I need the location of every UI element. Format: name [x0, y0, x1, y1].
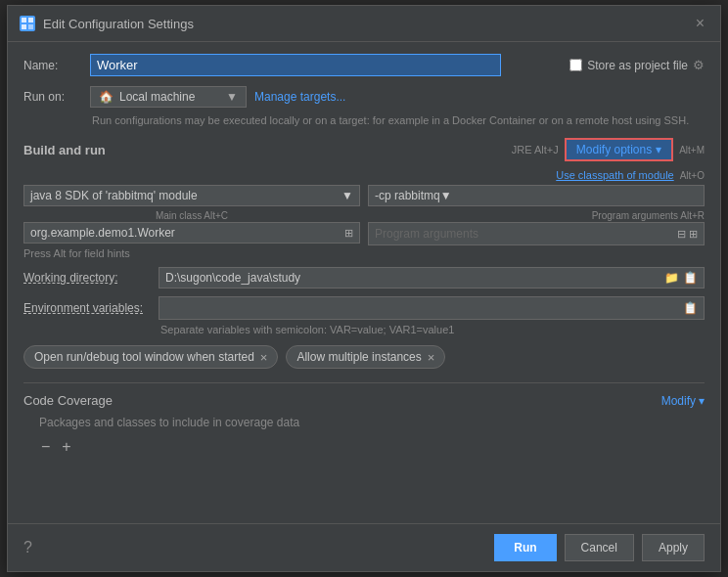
- main-class-program-row: Main class Alt+C org.example.demo1.Worke…: [23, 210, 705, 245]
- build-run-title: Build and run: [23, 143, 106, 157]
- code-coverage-modify-arrow-icon: ▾: [699, 394, 705, 408]
- edit-config-dialog: Edit Configuration Settings × Name: Stor…: [7, 5, 721, 572]
- store-as-project-checkbox[interactable]: [569, 59, 582, 71]
- env-vars-input[interactable]: 📋: [159, 296, 705, 320]
- tag-allow-multiple-instances-close[interactable]: ×: [428, 351, 435, 364]
- dialog-content: Name: Store as project file ⚙ Run on: 🏠 …: [8, 42, 720, 523]
- run-on-row: Run on: 🏠 Local machine ▼ Manage targets…: [23, 86, 705, 108]
- env-vars-label: Environment variables:: [23, 301, 151, 315]
- svg-rect-1: [28, 18, 33, 22]
- packages-text: Packages and classes to include in cover…: [39, 416, 705, 429]
- modify-use-classpath-row: JRE Alt+J Modify options ▾ Alt+M: [512, 138, 705, 161]
- store-as-project-label: Store as project file: [587, 59, 688, 72]
- copy-icon[interactable]: 📋: [683, 271, 698, 285]
- build-run-section: Build and run JRE Alt+J Modify options ▾…: [23, 138, 705, 259]
- env-vars-copy-icon[interactable]: 📋: [683, 301, 698, 315]
- dialog-icon: [20, 16, 35, 31]
- use-classpath-row: Use classpath of module Alt+O: [23, 169, 705, 181]
- program-args-area: Program arguments Alt+R Program argument…: [368, 210, 705, 245]
- local-machine-value: Local machine: [119, 90, 195, 104]
- manage-targets-link[interactable]: Manage targets...: [254, 90, 345, 104]
- sdk-arrow-icon: ▼: [341, 189, 353, 202]
- dialog-title: Edit Configuration Settings: [43, 17, 194, 31]
- shortcut-modify: Alt+M: [679, 145, 705, 155]
- minus-button[interactable]: −: [39, 439, 52, 455]
- tags-row: Open run/debug tool window when started …: [23, 345, 705, 369]
- section-divider: [23, 382, 705, 383]
- name-input[interactable]: [90, 54, 501, 76]
- svg-rect-2: [22, 24, 26, 29]
- code-coverage-modify-label: Modify: [661, 394, 696, 408]
- home-icon: 🏠: [99, 90, 114, 104]
- tag-allow-multiple-instances-label: Allow multiple instances: [296, 350, 421, 364]
- run-on-label: Run on:: [23, 90, 82, 104]
- program-args-hint: Program arguments Alt+R: [368, 210, 705, 221]
- store-checkbox-row: Store as project file ⚙: [569, 58, 705, 72]
- run-button[interactable]: Run: [494, 534, 556, 561]
- cancel-button[interactable]: Cancel: [565, 534, 634, 561]
- program-args-placeholder: Program arguments: [375, 227, 478, 241]
- cp-arrow-icon: ▼: [440, 189, 452, 202]
- working-dir-icons: 📁 📋: [664, 271, 698, 285]
- run-on-info-text: Run configurations may be executed local…: [92, 113, 705, 128]
- name-label: Name:: [23, 59, 82, 72]
- folder-icon[interactable]: 📁: [664, 271, 679, 285]
- apply-button[interactable]: Apply: [642, 534, 705, 561]
- working-dir-row: Working directory: D:\sugon\code_java\st…: [23, 267, 705, 288]
- main-class-expand-icon[interactable]: ⊞: [344, 227, 353, 240]
- code-coverage-modify-link[interactable]: Modify ▾: [661, 394, 705, 408]
- cp-value: -cp rabbitmq: [375, 189, 440, 202]
- cp-input[interactable]: -cp rabbitmq ▼: [368, 185, 705, 206]
- svg-rect-0: [22, 18, 26, 22]
- help-button[interactable]: ?: [23, 539, 32, 556]
- program-args-expand-icon[interactable]: ⊞: [689, 228, 698, 241]
- field-hints-text: Press Alt for field hints: [23, 247, 705, 259]
- working-dir-value: D:\sugon\code_java\study: [165, 271, 300, 285]
- working-dir-label: Working directory:: [23, 271, 151, 285]
- plus-button[interactable]: +: [60, 439, 72, 455]
- local-machine-select[interactable]: 🏠 Local machine ▼: [90, 86, 247, 108]
- main-class-input[interactable]: org.example.demo1.Worker ⊞: [23, 222, 360, 244]
- tag-open-run-debug-label: Open run/debug tool window when started: [34, 350, 254, 364]
- modify-options-button[interactable]: Modify options ▾: [565, 138, 673, 161]
- close-button[interactable]: ×: [692, 14, 708, 33]
- footer-buttons: Run Cancel Apply: [494, 534, 705, 561]
- shortcut-classpath: Alt+O: [680, 170, 705, 181]
- code-coverage-title: Code Coverage: [23, 393, 113, 408]
- svg-rect-3: [28, 24, 33, 29]
- tag-open-run-debug: Open run/debug tool window when started …: [23, 345, 278, 369]
- main-class-area: Main class Alt+C org.example.demo1.Worke…: [23, 210, 360, 245]
- env-vars-row: Environment variables: 📋: [23, 296, 705, 320]
- title-bar-left: Edit Configuration Settings: [20, 16, 194, 31]
- gear-icon[interactable]: ⚙: [693, 58, 705, 72]
- main-class-hint: Main class Alt+C: [23, 210, 360, 221]
- program-args-copy-icon[interactable]: ⊟: [677, 228, 686, 241]
- dialog-footer: ? Run Cancel Apply: [8, 523, 720, 571]
- tag-open-run-debug-close[interactable]: ×: [260, 351, 268, 364]
- modify-options-arrow-icon: ▾: [656, 143, 661, 156]
- program-args-input[interactable]: Program arguments ⊟ ⊞: [368, 222, 705, 245]
- dropdown-arrow-icon: ▼: [226, 90, 238, 104]
- main-class-value: org.example.demo1.Worker: [30, 226, 175, 240]
- name-row: Name: Store as project file ⚙: [23, 54, 705, 76]
- build-run-header: Build and run JRE Alt+J Modify options ▾…: [23, 138, 705, 161]
- plus-minus-row: − +: [39, 439, 705, 455]
- code-coverage-row: Code Coverage Modify ▾: [23, 393, 705, 408]
- jre-hint: JRE Alt+J: [512, 144, 559, 155]
- program-args-icons: ⊟ ⊞: [677, 228, 698, 241]
- tag-allow-multiple-instances: Allow multiple instances ×: [286, 345, 445, 369]
- sdk-value: java 8 SDK of 'rabbitmq' module: [30, 189, 198, 202]
- working-dir-input[interactable]: D:\sugon\code_java\study 📁 📋: [159, 267, 705, 288]
- use-classpath-link[interactable]: Use classpath of module: [556, 169, 673, 181]
- title-bar: Edit Configuration Settings ×: [8, 6, 720, 42]
- sdk-select[interactable]: java 8 SDK of 'rabbitmq' module ▼: [23, 185, 360, 206]
- sdk-cp-row: java 8 SDK of 'rabbitmq' module ▼ -cp ra…: [23, 185, 705, 206]
- modify-options-label: Modify options: [576, 143, 652, 156]
- separate-vars-text: Separate variables with semicolon: VAR=v…: [160, 324, 705, 335]
